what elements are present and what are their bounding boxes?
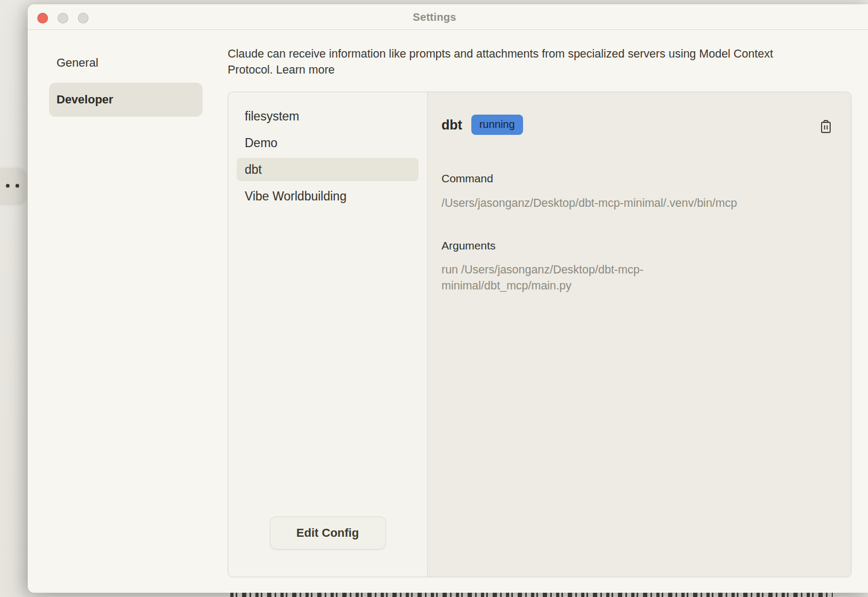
mcp-description: Claude can receive information like prom…	[228, 46, 810, 78]
sidebar-item-general[interactable]: General	[49, 49, 203, 77]
ellipsis-dot-icon	[6, 184, 10, 188]
arguments-line: run /Users/jasonganz/Desktop/dbt-mcp-	[441, 262, 825, 278]
sidebar-item-developer[interactable]: Developer	[49, 83, 203, 117]
server-details-header: dbt running	[441, 115, 523, 135]
server-item-label: Demo	[245, 136, 277, 150]
clipped-background-text	[230, 592, 833, 597]
server-name: dbt	[441, 117, 462, 133]
mcp-servers-panel: filesystem Demo dbt Vibe Worldbuilding E…	[228, 92, 851, 577]
server-item-dbt[interactable]: dbt	[237, 158, 419, 181]
server-item-filesystem[interactable]: filesystem	[228, 103, 427, 130]
server-item-label: filesystem	[245, 109, 299, 124]
command-value: /Users/jasonganz/Desktop/dbt-mcp-minimal…	[441, 195, 825, 211]
edit-config-button[interactable]: Edit Config	[270, 517, 386, 550]
delete-server-button[interactable]	[819, 119, 833, 135]
server-item-vibe-worldbuilding[interactable]: Vibe Worldbuilding	[228, 183, 427, 209]
arguments-line: minimal/dbt_mcp/main.py	[441, 278, 825, 294]
server-item-demo[interactable]: Demo	[228, 130, 427, 156]
status-badge: running	[471, 115, 523, 135]
command-label: Command	[441, 172, 493, 185]
collapsed-sidebar-handle[interactable]	[0, 168, 26, 203]
server-item-label: dbt	[245, 163, 262, 177]
ellipsis-dot-icon	[15, 184, 19, 188]
arguments-label: Arguments	[441, 239, 496, 252]
arguments-value: run /Users/jasonganz/Desktop/dbt-mcp- mi…	[441, 262, 825, 294]
trash-icon	[819, 119, 833, 135]
window-title: Settings	[28, 4, 841, 30]
server-item-label: Vibe Worldbuilding	[245, 189, 347, 204]
titlebar: Settings	[28, 4, 868, 30]
server-details: dbt running Command /Users/jasonganz/Des…	[427, 92, 851, 577]
learn-more-link[interactable]: Learn more	[276, 63, 335, 76]
sidebar-item-label: Developer	[57, 93, 113, 107]
background-window-edge	[0, 0, 30, 597]
sidebar-item-label: General	[57, 56, 98, 70]
settings-window: Settings General Developer Claude can re…	[28, 4, 868, 593]
server-list: filesystem Demo dbt Vibe Worldbuilding E…	[228, 92, 427, 577]
